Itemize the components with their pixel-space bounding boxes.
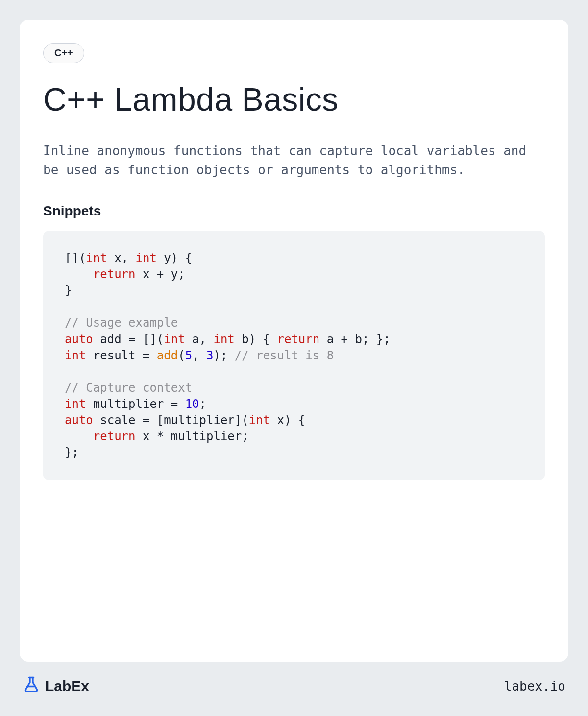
snippets-heading: Snippets: [43, 203, 545, 219]
flask-icon: [23, 675, 40, 696]
code-block: [](int x, int y) { return x + y; } // Us…: [43, 231, 545, 480]
brand-name: LabEx: [45, 678, 89, 694]
description: Inline anonymous functions that can capt…: [43, 142, 545, 180]
footer: LabEx labex.io: [20, 675, 568, 696]
site-url: labex.io: [504, 679, 565, 693]
language-tag: C++: [43, 43, 84, 63]
content-card: C++ C++ Lambda Basics Inline anonymous f…: [20, 20, 568, 662]
page-title: C++ Lambda Basics: [43, 81, 545, 118]
brand: LabEx: [23, 675, 89, 696]
